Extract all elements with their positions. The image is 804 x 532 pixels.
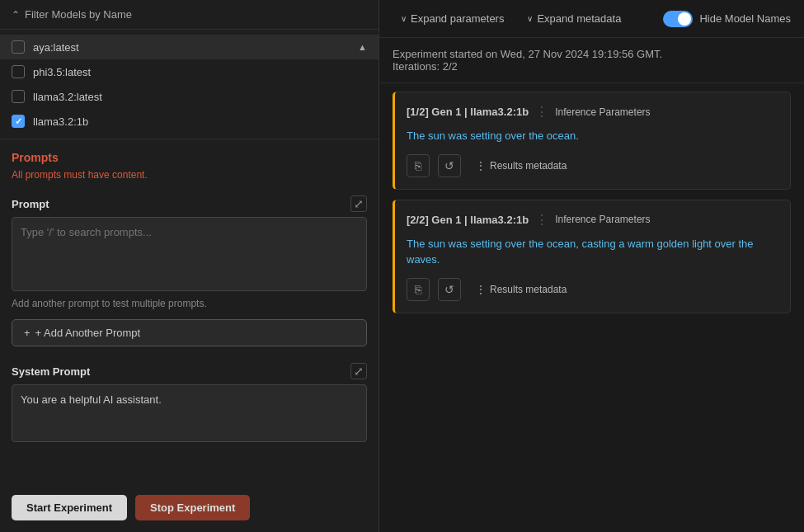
checkbox-aya[interactable] [12,40,25,54]
expand-metadata-button[interactable]: ∨ Expand metadata [519,8,629,29]
checkbox-phi35[interactable] [12,65,25,78]
iterations-text: Iterations: 2/2 [393,60,791,73]
experiment-info: Experiment started on Wed, 27 Nov 2024 1… [379,38,804,83]
cursor-indicator: ▲ [358,42,367,52]
expand-arrows-icon-2: ⤢ [354,365,364,378]
refresh-icon-2: ↺ [444,283,454,296]
result-card-1: [1/2] Gen 1 | llama3.2:1b ⋮ Inference Pa… [393,92,791,190]
checkbox-llama32-1b[interactable] [12,115,25,128]
system-prompt-textarea[interactable]: You are a helpful AI assistant. [12,384,367,442]
result-card-2: [2/2] Gen 1 | llama3.2:1b ⋮ Inference Pa… [393,200,791,313]
filter-header: ⌃ Filter Models by Name [0,0,378,30]
add-another-prompt-label: + Add Another Prompt [35,327,141,339]
filter-icon: ⌃ [12,9,20,21]
plus-icon: + [24,327,31,339]
copy-icon-2: ⎘ [415,283,421,296]
model-item-phi35[interactable]: phi3.5:latest [0,59,378,84]
card-2-header: [2/2] Gen 1 | llama3.2:1b ⋮ Inference Pa… [407,212,778,228]
card-1-results-metadata-button[interactable]: ⋮ Results metadata [469,157,573,175]
toggle-container: Hide Model Names [663,11,791,27]
card-1-dots-icon: ⋮ [476,160,486,172]
expand-metadata-label: Expand metadata [537,12,621,25]
hide-model-names-toggle[interactable] [663,11,693,27]
card-1-header: [1/2] Gen 1 | llama3.2:1b ⋮ Inference Pa… [407,104,778,120]
card-2-results-metadata-button[interactable]: ⋮ Results metadata [469,280,573,299]
result-cards: [1/2] Gen 1 | llama3.2:1b ⋮ Inference Pa… [379,83,804,322]
model-item-llama32-latest[interactable]: llama3.2:latest [0,84,378,109]
expand-arrows-icon: ⤢ [354,197,364,210]
model-name-llama32-1b: llama3.2:1b [33,115,88,128]
add-prompt-info: Add another prompt to test multiple prom… [0,291,378,313]
card-1-copy-button[interactable]: ⎘ [407,154,430,177]
card-2-text: The sun was setting over the ocean, cast… [407,236,778,268]
checkbox-llama32-latest[interactable] [12,90,25,103]
prompts-error: All prompts must have content. [0,167,378,189]
card-2-dots-icon: ⋮ [476,284,486,295]
stop-experiment-button[interactable]: Stop Experiment [135,495,250,520]
bottom-bar: Start Experiment Stop Experiment [0,483,378,532]
card-1-results-metadata-label: Results metadata [490,160,567,172]
hide-model-names-label: Hide Model Names [699,12,791,25]
add-another-prompt-button[interactable]: + + Add Another Prompt [12,319,367,346]
prompt-expand-icon[interactable]: ⤢ [350,195,367,212]
card-1-text: The sun was setting over the ocean. [407,128,778,144]
left-panel: ⌃ Filter Models by Name aya:latest ▲ phi… [0,0,379,532]
start-experiment-button[interactable]: Start Experiment [12,495,127,520]
model-name-aya: aya:latest [33,41,79,54]
model-list: aya:latest ▲ phi3.5:latest llama3.2:late… [0,30,378,139]
experiment-started-text: Experiment started on Wed, 27 Nov 2024 1… [393,48,791,60]
card-2-sep: ⋮ [535,212,548,228]
prompts-section-title: Prompts [0,139,378,167]
model-name-llama32-latest: llama3.2:latest [33,91,102,103]
copy-icon: ⎘ [415,159,421,172]
model-item-aya[interactable]: aya:latest ▲ [0,35,378,59]
prompt-label-row: Prompt ⤢ [0,189,378,217]
card-1-actions: ⎘ ↺ ⋮ Results metadata [407,154,778,177]
expand-metadata-arrow-icon: ∨ [527,14,533,23]
system-prompt-expand-icon[interactable]: ⤢ [350,363,367,379]
card-2-tag: [2/2] Gen 1 | llama3.2:1b [407,214,529,226]
model-name-phi35: phi3.5:latest [33,66,91,78]
model-item-llama32-1b[interactable]: llama3.2:1b [0,109,378,134]
prompt-textarea[interactable] [12,217,367,291]
card-1-inference-link[interactable]: Inference Parameters [555,106,650,118]
refresh-icon: ↺ [444,159,454,172]
card-2-refresh-button[interactable]: ↺ [438,278,461,301]
card-1-sep: ⋮ [535,104,548,120]
card-2-results-metadata-label: Results metadata [490,284,567,295]
expand-params-arrow-icon: ∨ [401,14,407,23]
right-panel: ∨ Expand parameters ∨ Expand metadata Hi… [379,0,804,532]
card-2-copy-button[interactable]: ⎘ [407,278,430,301]
card-1-refresh-button[interactable]: ↺ [438,154,461,177]
expand-parameters-button[interactable]: ∨ Expand parameters [393,8,512,29]
filter-label: Filter Models by Name [25,8,132,21]
system-prompt-label: System Prompt [12,365,90,378]
card-1-tag: [1/2] Gen 1 | llama3.2:1b [407,106,529,118]
card-2-actions: ⎘ ↺ ⋮ Results metadata [407,278,778,301]
card-2-inference-link[interactable]: Inference Parameters [555,214,650,225]
prompt-label: Prompt [12,198,49,210]
system-prompt-label-row: System Prompt ⤢ [0,353,378,384]
right-header: ∨ Expand parameters ∨ Expand metadata Hi… [379,0,804,38]
expand-parameters-label: Expand parameters [411,12,504,25]
